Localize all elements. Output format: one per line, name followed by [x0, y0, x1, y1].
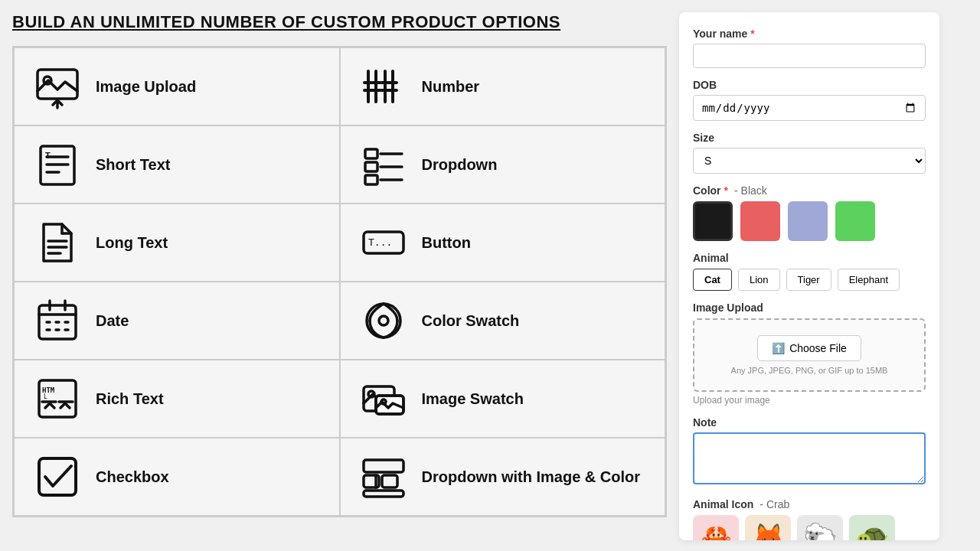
svg-rect-54	[364, 491, 403, 497]
svg-rect-19	[365, 175, 377, 184]
svg-rect-17	[365, 162, 377, 171]
color-field-group: Color * - Black	[693, 184, 926, 241]
image-upload-label: Image Upload	[693, 302, 926, 314]
grid-cell-dropdown-image-color-label: Dropdown with Image & Color	[422, 468, 641, 486]
grid-cell-dropdown-image-color[interactable]: Dropdown with Image & Color	[340, 438, 666, 516]
grid-cell-long-text[interactable]: Long Text	[14, 204, 340, 282]
animal-icons: 🦀 🦊 🐑 🐢	[693, 515, 926, 540]
note-label: Note	[693, 416, 926, 429]
note-field-group: Note	[693, 416, 926, 487]
left-panel: BUILD AN UNLIMITED NUMBER OF CUSTOM PROD…	[12, 12, 667, 540]
grid-cell-checkbox-label: Checkbox	[96, 468, 169, 486]
color-required: *	[724, 184, 728, 197]
number-icon	[359, 62, 408, 111]
grid-cell-number-label: Number	[422, 78, 480, 96]
grid-cell-image-upload[interactable]: Image Upload	[14, 47, 340, 126]
animal-btn-cat[interactable]: Cat	[693, 269, 732, 291]
animal-field-group: Animal Cat Lion Tiger Elephant	[693, 252, 926, 291]
dropdown-icon	[359, 140, 408, 189]
choose-file-button[interactable]: ⬆️ Choose File	[757, 335, 861, 361]
animal-icon-turtle[interactable]: 🐢	[849, 515, 895, 540]
upload-icon: ⬆️	[772, 342, 785, 354]
size-label: Size	[693, 132, 926, 144]
grid-cell-dropdown[interactable]: Dropdown	[340, 126, 666, 204]
animal-btn-elephant[interactable]: Elephant	[838, 269, 900, 291]
long-text-icon	[33, 218, 82, 267]
your-name-required: *	[750, 28, 754, 40]
right-panel: Your name * DOB Size S M L XL Color * - …	[679, 12, 939, 540]
checkbox-icon	[33, 452, 82, 501]
color-swatch-icon	[359, 296, 408, 345]
svg-text:T...: T...	[368, 236, 392, 248]
animal-icon-field-group: Animal Icon - Crab 🦀 🦊 🐑 🐢	[693, 498, 926, 540]
upload-hint: Any JPG, JPEG, PNG, or GIF up to 15MB	[710, 366, 909, 375]
grid-cell-number[interactable]: Number	[340, 47, 666, 126]
grid-cell-image-swatch[interactable]: Image Swatch	[340, 360, 666, 438]
upload-caption: Upload your image	[693, 395, 926, 406]
grid-cell-rich-text-label: Rich Text	[96, 390, 164, 408]
svg-text:L: L	[44, 393, 47, 400]
short-text-icon: T	[33, 140, 82, 189]
color-label: Color * - Black	[693, 184, 926, 197]
grid-cell-button-label: Button	[422, 234, 471, 252]
upload-area[interactable]: ⬆️ Choose File Any JPG, JPEG, PNG, or GI…	[693, 318, 926, 392]
your-name-input[interactable]	[693, 44, 926, 68]
image-upload-icon	[33, 62, 82, 111]
note-textarea[interactable]	[693, 432, 926, 484]
grid-cell-short-text[interactable]: T Short Text	[14, 126, 340, 204]
size-select[interactable]: S M L XL	[693, 148, 926, 174]
animal-btn-lion[interactable]: Lion	[738, 269, 780, 291]
image-upload-field-group: Image Upload ⬆️ Choose File Any JPG, JPE…	[693, 302, 926, 406]
svg-rect-15	[365, 149, 377, 158]
dob-label: DOB	[693, 79, 926, 91]
svg-point-38	[367, 304, 400, 337]
dob-field-group: DOB	[693, 79, 926, 121]
grid-cell-dropdown-label: Dropdown	[422, 156, 498, 174]
grid-cell-date-label: Date	[96, 312, 129, 330]
button-icon: T...	[359, 218, 408, 267]
svg-rect-51	[364, 460, 403, 472]
animal-label: Animal	[693, 252, 926, 264]
date-icon	[33, 296, 82, 345]
grid-cell-date[interactable]: Date	[14, 282, 340, 360]
grid-cell-color-swatch-label: Color Swatch	[422, 312, 520, 330]
svg-text:T: T	[45, 151, 51, 160]
color-swatch-black[interactable]	[693, 201, 733, 241]
animal-icon-crab[interactable]: 🦀	[693, 515, 739, 540]
grid-cell-image-upload-label: Image Upload	[96, 78, 196, 96]
animal-icon-sheep[interactable]: 🐑	[797, 515, 843, 540]
grid-cell-color-swatch[interactable]: Color Swatch	[340, 282, 666, 360]
animal-icon-fox[interactable]: 🦊	[745, 515, 791, 540]
color-swatches	[693, 201, 926, 241]
grid-cell-button[interactable]: T... Button	[340, 204, 666, 282]
your-name-field-group: Your name *	[693, 28, 926, 68]
grid-cell-image-swatch-label: Image Swatch	[422, 390, 524, 408]
grid-cell-long-text-label: Long Text	[96, 234, 168, 252]
color-swatch-blue[interactable]	[788, 201, 828, 241]
animal-btn-tiger[interactable]: Tiger	[786, 269, 831, 291]
size-field-group: Size S M L XL	[693, 132, 926, 174]
dropdown-image-color-icon	[359, 452, 408, 501]
page-title: BUILD AN UNLIMITED NUMBER OF CUSTOM PROD…	[12, 12, 667, 32]
image-swatch-icon	[359, 374, 408, 423]
animal-icon-label: Animal Icon - Crab	[693, 498, 926, 510]
animal-buttons: Cat Lion Tiger Elephant	[693, 269, 926, 291]
grid-cell-rich-text[interactable]: HTM L Rich Text	[14, 360, 340, 438]
grid-cell-checkbox[interactable]: Checkbox	[14, 438, 340, 516]
color-swatch-green[interactable]	[835, 201, 875, 241]
color-swatch-red[interactable]	[740, 201, 780, 241]
your-name-label: Your name *	[693, 28, 926, 40]
grid-cell-short-text-label: Short Text	[96, 156, 170, 174]
options-grid: Image Upload Number	[12, 46, 667, 517]
svg-rect-53	[382, 475, 397, 487]
dob-input[interactable]	[693, 95, 926, 121]
rich-text-icon: HTM L	[33, 374, 82, 423]
svg-point-39	[379, 316, 388, 325]
